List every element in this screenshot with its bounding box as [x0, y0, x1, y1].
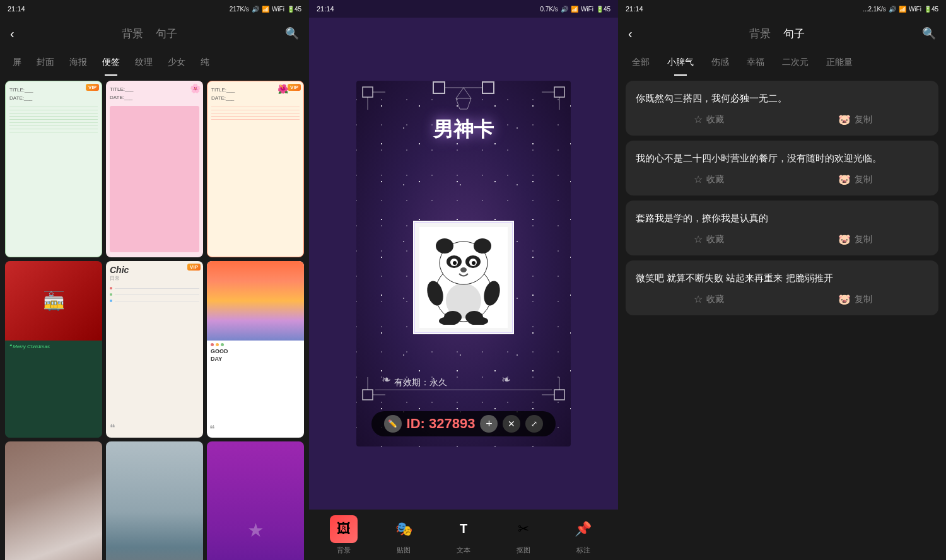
expand-button[interactable]: ⤢ — [525, 415, 543, 433]
panel-preview: 21:14 0.7K/s 🔊 📶 WiFi 🔋45 — [309, 0, 618, 560]
cat-cover[interactable]: 封面 — [29, 49, 62, 76]
face-icon-4: 🐷 — [838, 293, 851, 305]
collect-btn-3[interactable]: ☆ 收藏 — [636, 233, 782, 245]
bottom-ornament: ❧ 有效期：永久 ❧ — [375, 368, 552, 399]
collect-btn-4[interactable]: ☆ 收藏 — [636, 293, 782, 305]
chic-sub: 日常 — [110, 275, 199, 282]
template-goodday[interactable]: GOODDAY ❝ — [207, 261, 304, 438]
vip-badge: VIP — [187, 264, 201, 271]
collect-btn-1[interactable]: ☆ 收藏 — [636, 114, 782, 125]
svg-point-32 — [439, 317, 459, 325]
back-button-1[interactable]: ‹ — [10, 26, 15, 41]
nav-titles-3: 背景 句子 — [643, 26, 912, 41]
edit-button[interactable]: ✏️ — [384, 415, 402, 433]
sentence-text-1: 你既然勾三搭四，我何必独一无二。 — [636, 91, 928, 106]
status-bar-3: 21:14 ...2.1K/s 🔊 📶 WiFi 🔋45 — [618, 0, 946, 18]
status-icons-1: 217K/s 🔊 📶 WiFi 🔋45 — [230, 6, 301, 13]
category-tabs-1: 屏 封面 海报 便签 纹理 少女 纯 — [0, 49, 309, 76]
sentence-card-2: 我的心不是二十四小时营业的餐厅，没有随时的欢迎光临。 ☆ 收藏 🐷 复制 — [626, 141, 938, 195]
p3-nav-sentences[interactable]: 句子 — [783, 26, 805, 41]
template-winter[interactable]: ❝ — [106, 441, 203, 560]
svg-point-21 — [447, 255, 462, 268]
search-button-3[interactable]: 🔍 — [922, 26, 936, 40]
nav-title-background[interactable]: 背景 — [122, 26, 143, 41]
copy-btn-4[interactable]: 🐷 复制 — [782, 293, 928, 305]
cat-girl[interactable]: 少女 — [160, 49, 193, 76]
copy-btn-3[interactable]: 🐷 复制 — [782, 233, 928, 245]
annotate-icon: 📌 — [569, 515, 597, 543]
p3-cat-temper[interactable]: 小脾气 — [658, 49, 703, 76]
back-button-3[interactable]: ‹ — [628, 26, 633, 41]
template-chic[interactable]: VIP Chic 日常 ❝ — [106, 261, 203, 438]
p3-cat-happy[interactable]: 幸福 — [738, 49, 773, 76]
tool-cutout[interactable]: ✂ 抠图 — [493, 515, 553, 555]
svg-point-27 — [460, 267, 467, 272]
top-nav-3: ‹ 背景 句子 🔍 — [618, 18, 946, 49]
panda-image — [419, 227, 508, 328]
tool-text[interactable]: T 文本 — [434, 515, 494, 555]
face-icon-3: 🐷 — [838, 233, 851, 245]
template-grid: VIP TITLE:___DATE:___ TITLE:___DATE:___ … — [5, 81, 304, 560]
card-preview: 男神卡 — [356, 81, 571, 446]
template-green[interactable]: VIP TITLE:___DATE:___ — [5, 81, 102, 257]
collect-btn-2[interactable]: ☆ 收藏 — [636, 173, 782, 185]
sentence-text-3: 套路我是学的，撩你我是认真的 — [636, 211, 928, 226]
p3-cat-sad[interactable]: 伤感 — [703, 49, 738, 76]
status-icons-3: ...2.1K/s 🔊 📶 WiFi 🔋45 — [863, 6, 938, 13]
cat-poster[interactable]: 海报 — [62, 49, 95, 76]
sentence-actions-1: ☆ 收藏 🐷 复制 — [636, 114, 928, 125]
tool-background-label: 背景 — [337, 545, 351, 555]
svg-point-29 — [481, 279, 503, 308]
time-2: 21:14 — [317, 5, 334, 13]
tool-annotate[interactable]: 📌 标注 — [553, 515, 613, 555]
cat-screen[interactable]: 屏 — [5, 49, 29, 76]
tool-cutout-label: 抠图 — [517, 545, 530, 555]
copy-btn-1[interactable]: 🐷 复制 — [782, 114, 928, 125]
template-rose[interactable]: ❝ — [5, 441, 102, 560]
id-overlay: ✏️ ID: 327893 + ✕ ⤢ — [371, 411, 556, 436]
panel-background: 21:14 217K/s 🔊 📶 WiFi 🔋45 ‹ 背景 句子 🔍 屏 封面… — [0, 0, 309, 560]
p3-cat-positive[interactable]: 正能量 — [817, 49, 861, 76]
star-icon-2: ☆ — [694, 173, 703, 185]
template-orange[interactable]: VIP TITLE:___DATE:___ 🌺 — [207, 81, 304, 257]
svg-text:有效期：永久: 有效期：永久 — [394, 378, 447, 387]
panda-frame — [413, 221, 514, 334]
search-button-1[interactable]: 🔍 — [285, 26, 299, 40]
p3-nav-background[interactable]: 背景 — [749, 26, 771, 41]
svg-line-7 — [456, 98, 460, 109]
p3-cat-anime[interactable]: 二次元 — [773, 49, 817, 76]
svg-point-25 — [453, 261, 457, 265]
add-button[interactable]: + — [480, 415, 498, 433]
svg-point-26 — [472, 261, 476, 265]
cat-note[interactable]: 便签 — [95, 49, 127, 76]
close-button[interactable]: ✕ — [503, 415, 520, 433]
tool-background[interactable]: 🖼 背景 — [314, 515, 374, 555]
tool-sticker[interactable]: 🎭 贴图 — [374, 515, 434, 555]
svg-point-16 — [435, 265, 492, 322]
copy-btn-2[interactable]: 🐷 复制 — [782, 173, 928, 185]
svg-point-19 — [436, 238, 453, 254]
svg-rect-38 — [363, 390, 373, 400]
svg-point-33 — [468, 317, 488, 325]
corner-ornament-tr — [540, 86, 566, 111]
tool-text-label: 文本 — [457, 545, 470, 555]
sentences-list: 你既然勾三搭四，我何必独一无二。 ☆ 收藏 🐷 复制 我的心不是二十四小时营业的… — [618, 76, 946, 560]
background-icon: 🖼 — [330, 515, 358, 543]
svg-rect-1 — [482, 82, 494, 93]
svg-point-24 — [469, 259, 477, 266]
preview-content: 男神卡 — [309, 18, 618, 510]
panel-sentences: 21:14 ...2.1K/s 🔊 📶 WiFi 🔋45 ‹ 背景 句子 🔍 全… — [618, 0, 946, 560]
status-bar-2: 21:14 0.7K/s 🔊 📶 WiFi 🔋45 — [309, 0, 618, 18]
time-3: 21:14 — [626, 5, 643, 13]
svg-point-22 — [465, 255, 481, 268]
nav-title-sentences[interactable]: 句子 — [156, 26, 177, 41]
sentence-category-tabs: 全部 小脾气 伤感 幸福 二次元 正能量 — [618, 49, 946, 76]
p3-cat-all[interactable]: 全部 — [623, 49, 658, 76]
template-pink[interactable]: TITLE:___DATE:___ 🌸 — [106, 81, 203, 257]
cat-texture[interactable]: 纹理 — [127, 49, 160, 76]
template-christmas[interactable]: 🚋 ❝ Merry Christmas — [5, 261, 102, 438]
sentence-text-4: 微笑吧 就算不断失败 站起来再重来 把脆弱推开 — [636, 271, 928, 286]
template-purple[interactable]: ★ — [207, 441, 304, 560]
svg-line-8 — [467, 98, 471, 109]
cat-pure[interactable]: 纯 — [193, 49, 217, 76]
